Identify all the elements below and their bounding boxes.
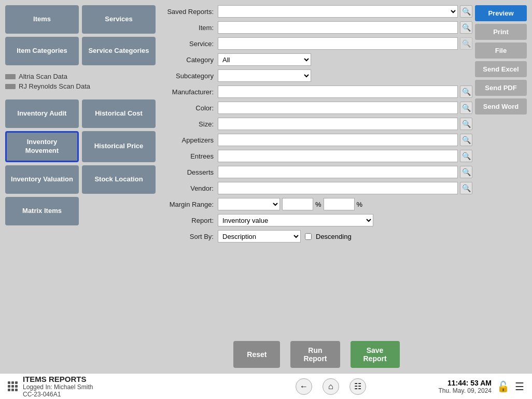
nav-btn-item-categories[interactable]: Item Categories <box>5 37 79 65</box>
margin-max-input[interactable] <box>324 198 355 210</box>
entrees-search-btn[interactable]: 🔍 <box>460 150 472 162</box>
appetizers-search-btn[interactable]: 🔍 <box>460 134 472 146</box>
send-pdf-button[interactable]: Send PDF <box>475 80 527 96</box>
status-bar: ITEMS REPORTS Logged In: Michael Smith C… <box>0 373 532 399</box>
manufacturer-field: 🔍 <box>218 86 472 98</box>
appetizers-row: Appetizers 🔍 <box>161 134 472 146</box>
size-label: Size: <box>161 120 218 128</box>
margin-pct-1: % <box>315 201 321 208</box>
nav-btn-service-categories[interactable]: Service Categories <box>82 37 156 65</box>
app-title: ITEMS REPORTS <box>23 375 93 383</box>
logged-in-label: Logged In: <box>23 383 52 391</box>
status-nav: ← ⌂ ☷ <box>223 378 438 395</box>
descending-checkbox[interactable] <box>305 233 312 240</box>
nav-btn-stock-location[interactable]: Stock Location <box>82 165 156 194</box>
sidebar: Items Services Item Categories Service C… <box>0 0 161 373</box>
item-row: Item: 🔍 <box>161 21 472 34</box>
vendor-input[interactable] <box>218 182 458 194</box>
margin-range-row: Margin Range: Between Less Than Greater … <box>161 198 472 210</box>
run-report-button[interactable]: Run Report <box>290 341 340 368</box>
appetizers-input[interactable] <box>218 134 458 146</box>
device-code: CC-23-046A1 <box>23 391 93 398</box>
size-row: Size: 🔍 <box>161 118 472 130</box>
nav-btn-inventory-valuation[interactable]: Inventory Valuation <box>5 165 79 194</box>
manufacturer-input[interactable] <box>218 86 458 98</box>
action-panel: Preview Print File Send Excel Send PDF S… <box>475 5 527 115</box>
status-right: 11:44: 53 AM Thu. May. 09, 2024 🔓 ☰ <box>439 379 525 394</box>
desserts-label: Desserts <box>161 168 218 176</box>
vendor-search-btn[interactable]: 🔍 <box>460 182 472 194</box>
scan-item-rj-reynolds[interactable]: RJ Reynolds Scan Data <box>5 82 156 90</box>
vendor-field: 🔍 <box>218 182 472 194</box>
status-left: ITEMS REPORTS Logged In: Michael Smith C… <box>8 375 223 398</box>
send-word-button[interactable]: Send Word <box>475 98 527 115</box>
margin-range-label: Margin Range: <box>161 201 218 208</box>
scan-label-rj-reynolds: RJ Reynolds Scan Data <box>19 82 90 90</box>
size-input[interactable] <box>218 118 458 130</box>
back-button[interactable]: ← <box>296 378 312 395</box>
item-field: 🔍 <box>218 21 472 34</box>
item-search-btn[interactable]: 🔍 <box>460 21 472 34</box>
grid-menu-icon[interactable] <box>8 381 18 391</box>
saved-reports-label: Saved Reports: <box>161 8 218 16</box>
service-search-btn[interactable]: 🔍 <box>460 37 472 50</box>
save-report-button[interactable]: Save Report <box>351 341 400 368</box>
nav-btn-inventory-audit[interactable]: Inventory Audit <box>5 99 79 128</box>
entrees-label: Entrees <box>161 152 218 160</box>
entrees-field: 🔍 <box>218 150 472 162</box>
sort-by-select[interactable]: Description Item Code Category <box>218 230 301 243</box>
service-row: Service: 🔍 <box>161 37 472 50</box>
entrees-input[interactable] <box>218 150 458 162</box>
home-button[interactable]: ⌂ <box>323 378 339 395</box>
appetizers-label: Appetizers <box>161 136 218 144</box>
desserts-row: Desserts 🔍 <box>161 166 472 178</box>
color-input[interactable] <box>218 102 458 114</box>
descending-label: Descending <box>316 233 352 240</box>
subcategory-select[interactable] <box>218 69 311 82</box>
status-time: 11:44: 53 AM Thu. May. 09, 2024 <box>439 379 492 394</box>
margin-range-select[interactable]: Between Less Than Greater Than <box>218 198 280 210</box>
subcategory-label: Subcategory <box>161 72 218 80</box>
nav-btn-services[interactable]: Services <box>82 5 156 34</box>
margin-min-input[interactable] <box>282 198 313 210</box>
item-label: Item: <box>161 24 218 32</box>
hamburger-menu-icon[interactable]: ☰ <box>515 380 524 393</box>
form-area: Saved Reports: 🔍 Item: 🔍 Service: 🔍 Cate… <box>161 5 472 342</box>
scan-label-altria: Altria Scan Data <box>19 73 67 80</box>
scan-icon-altria <box>5 74 16 79</box>
service-input[interactable] <box>218 37 458 50</box>
nav-btn-historical-cost[interactable]: Historical Cost <box>82 99 156 128</box>
nav-btn-inventory-movement[interactable]: Inventory Movement <box>5 131 79 162</box>
color-search-btn[interactable]: 🔍 <box>460 102 472 114</box>
item-input[interactable] <box>218 21 458 34</box>
manufacturer-label: Manufacturer: <box>161 88 218 96</box>
saved-reports-select[interactable] <box>218 5 458 18</box>
pos-button[interactable]: ☷ <box>349 378 366 395</box>
user-name: Michael Smith <box>54 383 93 391</box>
nav-btn-historical-price[interactable]: Historical Price <box>82 131 156 162</box>
scan-item-altria[interactable]: Altria Scan Data <box>5 73 156 80</box>
file-button[interactable]: File <box>475 42 527 59</box>
send-excel-button[interactable]: Send Excel <box>475 61 527 77</box>
desserts-input[interactable] <box>218 166 458 178</box>
lock-icon[interactable]: 🔓 <box>497 380 510 393</box>
nav-btn-matrix-items[interactable]: Matrix Items <box>5 197 79 225</box>
preview-button[interactable]: Preview <box>475 5 527 21</box>
appetizers-field: 🔍 <box>218 134 472 146</box>
report-label: Report: <box>161 217 218 224</box>
category-select[interactable]: All <box>218 53 311 66</box>
saved-reports-field: 🔍 <box>218 5 472 18</box>
saved-reports-search-btn[interactable]: 🔍 <box>460 5 472 18</box>
print-button[interactable]: Print <box>475 24 527 40</box>
color-row: Color: 🔍 <box>161 102 472 114</box>
size-search-btn[interactable]: 🔍 <box>460 118 472 130</box>
report-select[interactable]: Inventory value Cost value Quantity <box>218 214 373 226</box>
nav-btn-items[interactable]: Items <box>5 5 79 34</box>
reset-button[interactable]: Reset <box>233 341 280 368</box>
color-label: Color: <box>161 104 218 112</box>
report-row: Report: Inventory value Cost value Quant… <box>161 214 472 226</box>
manufacturer-search-btn[interactable]: 🔍 <box>460 86 472 98</box>
desserts-field: 🔍 <box>218 166 472 178</box>
time-display: 11:44: 53 AM <box>439 379 492 387</box>
desserts-search-btn[interactable]: 🔍 <box>460 166 472 178</box>
